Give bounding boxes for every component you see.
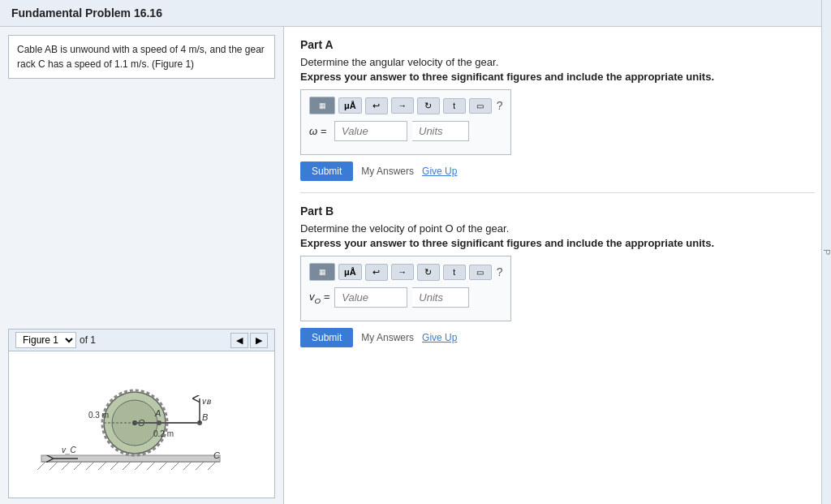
right-edge-label: P [822,249,832,255]
svg-text:A: A [154,408,161,418]
part-a-units-input[interactable] [412,121,469,141]
part-a-value-input[interactable] [334,121,407,141]
left-panel: Cable AB is unwound with a speed of 4 m/… [0,27,284,504]
svg-line-14 [183,462,192,470]
part-b-help-icon[interactable]: ? [497,265,503,278]
part-a-omega-label: ω = [309,125,329,137]
part-a-redo-btn[interactable]: ↻ [417,97,440,114]
svg-text:v_C: v_C [62,446,77,454]
part-a-toolbar: ▦ μÅ ↩ → ↻ t ▭ ? [309,97,502,114]
svg-line-15 [196,462,204,470]
part-b-my-answers-link[interactable]: My Answers [361,332,414,343]
part-b-value-input[interactable] [334,287,407,308]
part-b-answer-box: ▦ μÅ ↩ → ↻ t ▭ ? vO = [300,256,511,321]
figure-prev-button[interactable]: ◀ [230,333,248,348]
part-b-undo-btn[interactable]: ↩ [365,264,388,281]
problem-text: Cable AB is unwound with a speed of 4 m/… [8,35,275,79]
figure-next-button[interactable]: ▶ [250,333,268,348]
figure-of-label: of 1 [80,334,96,346]
svg-line-13 [171,462,179,470]
figure-header: Figure 1 of 1 ◀ ▶ [9,330,274,351]
part-a-undo-btn[interactable]: ↩ [365,97,388,114]
svg-line-9 [123,462,131,470]
part-a-instruction: Express your answer to three significant… [300,71,815,83]
part-b-actions: Submit My Answers Give Up [300,328,815,347]
figure-nav: ◀ ▶ [230,333,268,348]
part-b-t-btn[interactable]: t [443,265,466,280]
svg-line-2 [37,462,45,470]
svg-line-7 [98,462,106,470]
part-divider [300,192,815,193]
figure-canvas: O A B vʙ 0.3 m 0.2 m [9,351,274,498]
part-b-label: Part B [300,205,815,218]
part-a-answer-box: ▦ μÅ ↩ → ↻ t ▭ ? ω = [300,89,511,155]
part-b-arrow-btn[interactable]: → [391,264,414,280]
svg-text:vʙ: vʙ [202,397,212,406]
part-b-section: Part B Determine the velocity of point O… [300,205,815,347]
part-b-give-up-link[interactable]: Give Up [422,332,457,343]
figure-header-left: Figure 1 of 1 [15,332,96,348]
part-b-rect-btn[interactable]: ▭ [469,265,492,280]
svg-line-3 [50,462,58,470]
part-b-submit-button[interactable]: Submit [300,328,353,347]
right-panel: Part A Determine the angular velocity of… [284,27,831,504]
svg-line-11 [147,462,155,470]
part-b-vo-label: vO = [309,291,329,305]
svg-line-6 [86,462,94,470]
part-b-redo-btn[interactable]: ↻ [417,264,440,281]
part-a-arrow-btn[interactable]: → [391,97,414,114]
part-a-rect-btn[interactable]: ▭ [469,98,492,114]
part-a-actions: Submit My Answers Give Up [300,162,815,181]
part-a-input-row: ω = [309,121,502,141]
part-b-image-btn[interactable]: ▦ [309,263,335,281]
part-a-label: Part A [300,38,815,51]
figure-select[interactable]: Figure 1 [15,332,76,348]
problem-statement: Cable AB is unwound with a speed of 4 m/… [17,44,265,70]
gear-svg: O A B vʙ 0.3 m 0.2 m [17,360,260,489]
right-edge-strip: P [821,0,831,504]
part-b-mu-btn[interactable]: μÅ [338,264,362,280]
part-a-mu-btn[interactable]: μÅ [338,97,362,114]
part-a-submit-button[interactable]: Submit [300,162,353,181]
part-b-instruction: Express your answer to three significant… [300,237,815,249]
svg-line-8 [110,462,118,470]
svg-text:C: C [213,450,220,460]
part-a-t-btn[interactable]: t [443,98,466,114]
svg-text:0.3 m: 0.3 m [88,411,109,420]
svg-line-16 [208,462,216,470]
svg-line-12 [159,462,167,470]
part-b-input-row: vO = [309,287,502,308]
svg-text:B: B [202,412,208,422]
svg-line-5 [74,462,82,470]
svg-text:0.2 m: 0.2 m [153,429,174,438]
part-a-my-answers-link[interactable]: My Answers [361,166,414,177]
svg-point-23 [157,420,161,425]
svg-line-4 [62,462,70,470]
part-b-description: Determine the velocity of point O of the… [300,222,815,235]
part-a-give-up-link[interactable]: Give Up [422,166,457,177]
part-a-image-btn[interactable]: ▦ [309,97,335,114]
part-a-section: Part A Determine the angular velocity of… [300,38,815,181]
part-a-help-icon[interactable]: ? [497,99,503,112]
svg-line-10 [135,462,143,470]
part-b-units-input[interactable] [412,287,469,308]
part-b-toolbar: ▦ μÅ ↩ → ↻ t ▭ ? [309,263,502,281]
figure-container: Figure 1 of 1 ◀ ▶ [8,329,275,498]
page-title: Fundamental Problem 16.16 [0,0,831,27]
part-a-description: Determine the angular velocity of the ge… [300,56,815,68]
